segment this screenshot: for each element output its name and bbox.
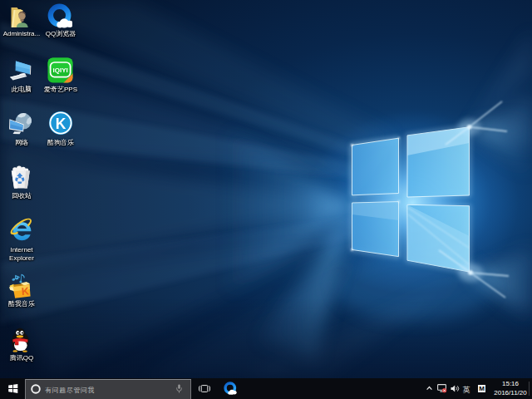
svg-text:K: K xyxy=(21,285,29,298)
svg-text:iQIYI: iQIYI xyxy=(52,66,67,74)
svg-text:K: K xyxy=(56,116,66,132)
